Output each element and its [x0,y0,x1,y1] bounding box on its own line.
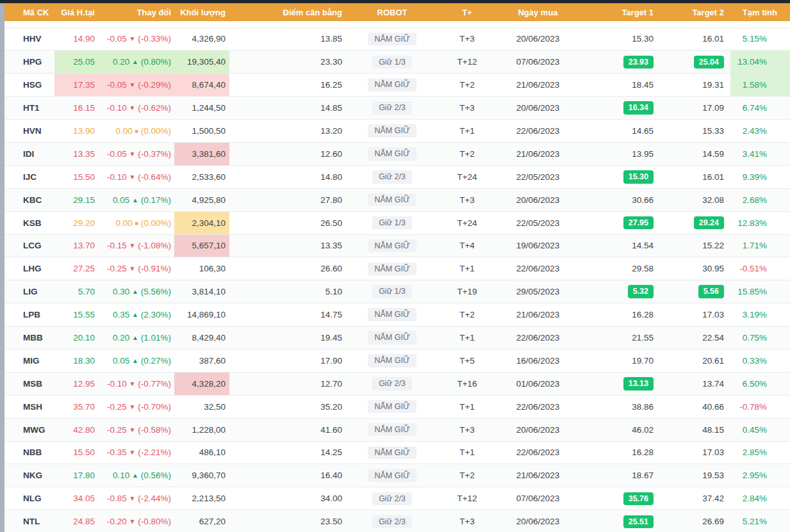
volume-cell: 2,304,10 [174,211,229,234]
table-row[interactable]: MBB20.100.20 ▲ (1.01%)8,429,4019.45NẮM G… [4,326,790,350]
table-row[interactable]: IDI13.35-0.05 ▼ (-0.37%)3,381,6012.60NẮM… [4,142,790,165]
table-row[interactable]: MIG18.300.05 ▲ (0.27%)387,6017.90NẮM GIỮ… [4,349,790,372]
buy-date-cell: 20/06/2023 [495,418,581,441]
column-header-ngay-mua[interactable]: Ngày mua [495,3,581,21]
buy-date-cell: 29/05/2023 [495,280,581,303]
left-scroll-strip[interactable] [0,3,4,532]
table-row[interactable]: MSB12.95-0.10 ▼ (-0.77%)4,328,2012.70Giữ… [4,372,790,395]
robot-advice-badge: NẮM GIỮ [368,33,416,46]
change-percent: (-2.44%) [135,494,171,503]
current-price-cell: 13.70 [54,234,103,257]
provisional-percent-cell: 5.21% [730,510,790,532]
change-value: -0.05 [107,80,129,90]
current-price-cell: 27.25 [54,257,103,280]
current-price-cell: 24.85 [54,510,103,532]
table-row[interactable]: LPB15.550.35 ▲ (2.30%)14,869,1014.75NẮM … [4,303,790,326]
table-row[interactable]: NLG34.05-0.85 ▼ (-2.44%)2,213,5034.00Giữ… [4,487,790,510]
change-percent: (0.27%) [138,356,171,366]
table-row[interactable]: KBC29.150.05 ▲ (0.17%)4,925,8027.80NẮM G… [4,188,790,211]
table-row[interactable]: MWG42.80-0.25 ▼ (-0.58%)1,228,0041.60NẮM… [4,418,790,441]
table-row[interactable]: KSB29.200.00 ■ (0.00%)2,304,1026.50Giữ 1… [4,211,790,234]
table-row[interactable]: NBB15.50-0.35 ▼ (-2.21%)486,1014.25NẮM G… [4,441,790,464]
target-2-cell: 40.66 [658,395,730,418]
table-row[interactable]: MSH35.70-0.25 ▼ (-0.70%)32,5035.20NẮM GI… [4,395,790,418]
column-header-thay-doi[interactable]: Thay đổi [103,3,174,21]
column-header-robot[interactable]: ROBOT [345,3,440,21]
buy-date-cell: 19/06/2023 [495,234,581,257]
current-price-cell: 13.35 [54,142,103,165]
column-header-diem-can-bang[interactable]: Điểm cân bằng [229,3,345,21]
down-arrow-icon: ▼ [129,518,136,525]
balance-point-cell: 5.10 [229,280,345,303]
change-cell: -0.15 ▼ (-1.08%) [103,234,174,257]
buy-date-cell: 21/06/2023 [495,303,581,326]
change-percent: (-0.33%) [135,34,171,44]
current-price-cell: 13.90 [54,120,103,143]
table-row[interactable]: LIG5.700.30 ▲ (5.56%)3,814,105.10Giữ 1/3… [4,280,790,303]
volume-cell: 14,869,10 [174,303,229,326]
volume-cell: 32,50 [174,395,229,418]
column-header-tam-tinh[interactable]: Tạm tính [730,3,790,21]
change-value: -0.35 [107,447,129,457]
buy-date-cell: 22/06/2023 [495,120,581,143]
robot-cell: NẮM GIỮ [345,418,440,441]
t-plus-cell: T+16 [440,372,495,395]
table-row[interactable]: LHG27.25-0.25 ▼ (-0.91%)106,3026.60NẮM G… [4,257,790,280]
balance-point-cell: 13.35 [229,234,345,257]
change-value: 0.35 [113,310,132,319]
table-row[interactable]: HHV14.90-0.05 ▼ (-0.33%)4,326,9013.85NẮM… [4,28,790,51]
change-value: 0.10 [113,471,132,480]
column-header-khoi-luong[interactable]: Khối lượng [174,3,229,21]
change-percent: (-0.62%) [135,103,171,113]
robot-cell: NẮM GIỮ [345,120,440,143]
column-header-ma-ck[interactable]: Mã CK [4,3,54,21]
change-cell: 0.35 ▲ (2.30%) [103,303,174,326]
change-value: -0.25 [107,264,129,273]
table-row[interactable]: HVN13.900.00 ■ (0.00%)1,500,5013.20NẮM G… [4,120,790,143]
column-header-target-1[interactable]: Target 1 [581,3,658,21]
robot-advice-badge: NẮM GIỮ [368,331,416,344]
robot-advice-badge: NẮM GIỮ [368,400,416,414]
balance-point-cell: 14.75 [229,303,345,326]
balance-point-cell: 12.70 [229,372,345,395]
target-2-cell: 19.31 [658,74,730,97]
table-row[interactable]: HT116.15-0.10 ▼ (-0.62%)1,244,5014.85Giữ… [4,97,790,120]
target-reached-badge: 16.34 [623,101,654,115]
t-plus-cell: T+12 [440,51,495,74]
robot-cell: NẮM GIỮ [345,464,440,487]
target-1-cell: 23.93 [581,51,658,74]
provisional-percent-cell: 6.74% [730,97,790,120]
current-price-cell: 35.70 [54,395,103,418]
table-row[interactable]: NTL24.85-0.20 ▼ (-0.80%)627,2023.50Giữ 2… [4,510,790,532]
target-1-cell: 13.13 [581,372,658,395]
change-percent: (-0.70%) [135,402,171,412]
volume-cell: 2,213,50 [174,487,229,510]
change-cell: -0.25 ▼ (-0.70%) [103,395,174,418]
table-row[interactable]: IJC15.50-0.10 ▼ (-0.64%)2,533,6014.80Giữ… [4,165,790,188]
target-2-cell: 16.01 [658,165,730,188]
column-header-target-2[interactable]: Target 2 [658,3,730,21]
change-percent: (0.00%) [138,126,171,136]
column-header-gia-hien-tai[interactable]: Giá H.tại [54,3,103,21]
current-price-cell: 17.35 [54,74,103,97]
target-2-cell: 48.15 [658,418,730,441]
table-row[interactable]: NKG17.800.10 ▲ (0.56%)9,360,7016.40NẮM G… [4,464,790,487]
provisional-percent-cell: 2.95% [730,464,790,487]
target-2-cell: 15.22 [658,234,730,257]
balance-point-cell: 19.45 [229,326,345,350]
provisional-percent-cell: 2.85% [730,441,790,464]
provisional-percent-cell: 0.45% [730,418,790,441]
provisional-percent-cell: 2.84% [730,487,790,510]
target-1-cell: 5.32 [581,280,658,303]
robot-cell: NẮM GIỮ [345,326,440,350]
table-row[interactable]: HSG17.35-0.05 ▼ (-0.29%)8,674,4016.25NẮM… [4,74,790,97]
provisional-percent-cell: 6.50% [730,372,790,395]
table-row[interactable]: HPG25.050.20 ▲ (0.80%)19,305,4023.30Giữ … [4,51,790,74]
change-value: -0.10 [107,172,129,182]
target-1-cell: 21.55 [581,326,658,350]
provisional-percent-cell: 5.15% [730,28,790,51]
provisional-percent-cell: -0.51% [730,257,790,280]
table-row[interactable]: LCG13.70-0.15 ▼ (-1.08%)5,657,1013.35NẮM… [4,234,790,257]
column-header-t-plus[interactable]: T+ [440,3,495,21]
robot-advice-badge: Giữ 2/3 [372,515,412,529]
